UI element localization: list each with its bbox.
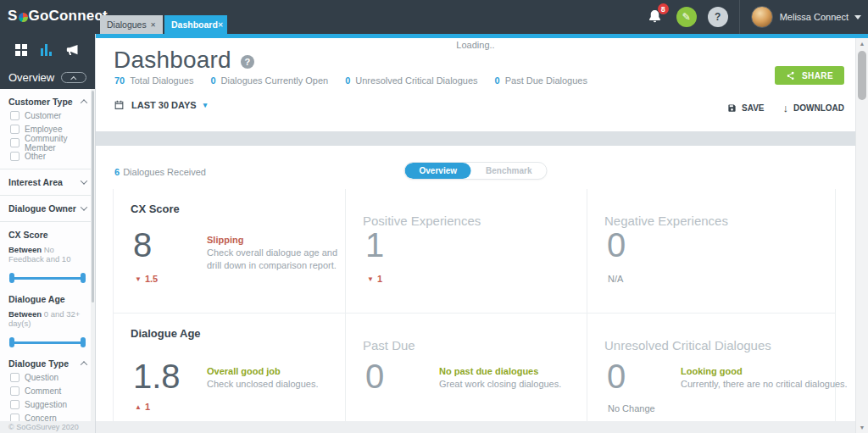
checkbox[interactable] [10, 400, 19, 409]
slider-handle-max[interactable] [81, 337, 86, 347]
filter-dialogue-owner-header[interactable]: Dialogue Owner [8, 203, 86, 214]
stat-dialogues-open[interactable]: 0Dialogues Currently Open [210, 75, 328, 86]
help-button[interactable]: ? [708, 7, 728, 27]
page-title: Dashboard [114, 47, 231, 74]
card-cx-score[interactable]: CX Score 8 Slipping Check overall dialog… [114, 189, 346, 314]
checkbox-option[interactable]: Comment [10, 386, 86, 396]
save-button[interactable]: SAVE [727, 103, 765, 113]
dialogue-age-range-slider[interactable] [9, 337, 86, 347]
toggle-benchmark[interactable]: Benchmark [471, 163, 546, 179]
card-unresolved-critical[interactable]: Unresolved Critical Dialogues 0 Looking … [587, 314, 835, 421]
copyright-footer: © SoGoSurvey 2020 [0, 421, 95, 433]
tab-close-icon[interactable]: ✕ [218, 21, 224, 29]
bar-chart-icon[interactable] [41, 44, 52, 56]
pencil-icon: ✎ [682, 11, 691, 23]
logo-text-prefix: S [8, 8, 18, 25]
caret-down-icon: ▾ [203, 101, 208, 109]
checkbox-label: Suggestion [25, 400, 67, 409]
scroll-up-icon[interactable]: ▲ [856, 41, 868, 47]
chevron-down-icon[interactable] [854, 15, 861, 19]
metric-cards-grid: CX Score 8 Slipping Check overall dialog… [113, 189, 836, 422]
checkbox-option[interactable]: Employee [10, 125, 86, 134]
checkbox[interactable] [10, 373, 19, 382]
filter-title: Dialogue Age [8, 294, 65, 304]
checkbox-option[interactable]: Other [10, 152, 86, 161]
toggle-overview[interactable]: Overview [405, 163, 471, 179]
scrollbar-thumb[interactable] [858, 51, 866, 100]
tab-dashboard[interactable]: Dashboard ✕ [164, 15, 227, 34]
between-label: Between [8, 309, 42, 319]
checkbox-option[interactable]: Community Member [10, 138, 86, 147]
download-button[interactable]: ↓ DOWNLOAD [783, 102, 845, 114]
checkbox[interactable] [10, 414, 19, 421]
user-avatar[interactable] [751, 6, 773, 28]
app-logo: SGoConnect [8, 8, 108, 25]
tab-dashboard-label: Dashboard [171, 19, 218, 30]
chevron-up-icon[interactable] [81, 361, 87, 368]
cx-score-range-slider[interactable] [9, 273, 86, 283]
question-icon: ? [715, 11, 721, 23]
user-name[interactable]: Melissa Connect [780, 12, 849, 22]
notifications-button[interactable]: 8 [647, 8, 663, 25]
checkbox[interactable] [10, 386, 19, 396]
filter-title: Dialogue Owner [8, 203, 76, 214]
summary-stats: 70Total Dialogues 0Dialogues Currently O… [114, 75, 587, 86]
checkbox-option[interactable]: Suggestion [10, 400, 86, 409]
sidebar-header: Overview [0, 34, 95, 89]
section-divider-band [96, 131, 855, 146]
tab-bar: Dialogues ✕ Dashboard ✕ [100, 15, 227, 34]
main-scrollbar[interactable]: ▲ ▼ [855, 38, 868, 433]
dashboard-content: 6Dialogues Received Overview Benchmark C… [96, 146, 855, 433]
dashboard-header: Loading.. Dashboard ? SHARE 70Total Dial… [96, 38, 855, 131]
chevron-down-icon[interactable] [81, 177, 87, 184]
card-positive-experiences[interactable]: Positive Experiences 1 ▼ 1 [346, 189, 587, 314]
stat-past-due[interactable]: 0Past Due Dialogues [495, 75, 587, 86]
filter-interest-area-header[interactable]: Interest Area [8, 177, 86, 187]
title-help-icon[interactable]: ? [241, 55, 254, 69]
metric-value: 8 [133, 226, 152, 264]
slider-handle-min[interactable] [9, 273, 14, 283]
divider [0, 221, 95, 222]
checkbox-label: Question [25, 373, 58, 382]
checkbox[interactable] [10, 152, 19, 161]
card-title: CX Score [131, 203, 180, 215]
card-dialogue-age[interactable]: Dialogue Age 1.8 Overall good job Check … [114, 314, 346, 421]
stat-unresolved-critical[interactable]: 0Unresolved Critical Dialogues [345, 75, 477, 86]
apps-grid-icon[interactable] [15, 44, 27, 56]
status-title: Slipping [207, 235, 341, 245]
logo-text-suffix: GoConnect [29, 8, 108, 25]
card-past-due[interactable]: Past Due 0 No past due dialogues Great w… [346, 314, 587, 421]
dialogue-age-range-text: Between 0 and 32+ day(s) [8, 309, 86, 328]
scroll-down-icon[interactable]: ▼ [856, 425, 868, 430]
chevron-up-icon[interactable] [81, 99, 87, 106]
logo-dot-icon [19, 13, 28, 22]
chevron-down-icon[interactable] [81, 203, 87, 210]
stat-total-dialogues[interactable]: 70Total Dialogues [114, 75, 193, 86]
filter-dialogue-type-header[interactable]: Dialogue Type [8, 358, 86, 369]
scrollbar-thumb[interactable] [92, 91, 94, 303]
checkbox-option[interactable]: Question [10, 373, 86, 382]
overview-label: Overview [8, 71, 54, 84]
card-negative-experiences[interactable]: Negative Experiences 0 N/A [587, 189, 835, 314]
bottom-strip [96, 421, 855, 433]
share-button[interactable]: SHARE [775, 66, 844, 85]
tab-close-icon[interactable]: ✕ [150, 21, 156, 29]
sidebar-scrollbar[interactable] [91, 89, 95, 421]
filter-customer-type-header[interactable]: Customer Type [8, 97, 86, 107]
dialogues-received-stat: 6Dialogues Received [114, 167, 206, 177]
slider-handle-min[interactable] [9, 337, 14, 347]
slider-handle-max[interactable] [81, 273, 86, 283]
checkbox[interactable] [10, 111, 19, 120]
card-title: Dialogue Age [131, 327, 201, 340]
megaphone-icon[interactable] [65, 43, 80, 57]
checkbox-option[interactable]: Customer [10, 111, 86, 120]
date-range-selector[interactable]: LAST 30 DAYS ▾ [114, 99, 207, 110]
tab-dialogues[interactable]: Dialogues ✕ [100, 15, 163, 34]
metric-value: 0 [607, 358, 626, 396]
checkbox[interactable] [10, 125, 19, 134]
collapse-sidebar-button[interactable] [61, 72, 86, 83]
checkbox-option[interactable]: Concern [10, 414, 86, 421]
compose-button[interactable]: ✎ [676, 7, 697, 27]
checkbox[interactable] [10, 138, 19, 147]
download-icon: ↓ [783, 102, 789, 114]
